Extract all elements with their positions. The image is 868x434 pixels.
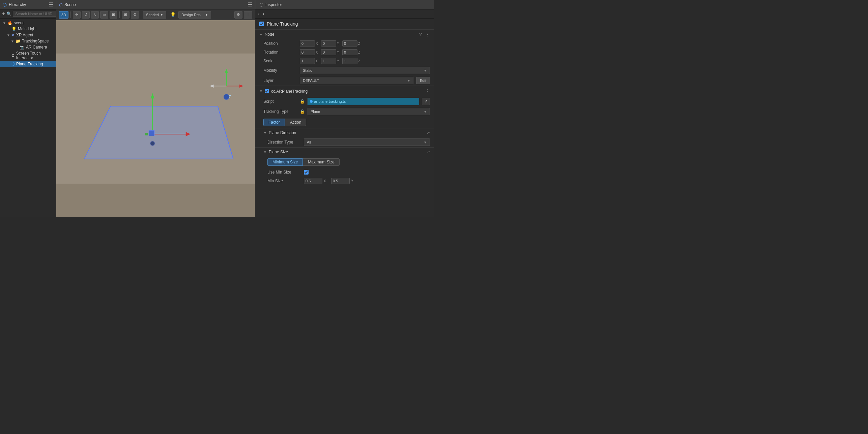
design-res-dropdown[interactable]: Design Res... ▼ <box>178 11 211 19</box>
layer-value: DEFAULT <box>303 79 319 83</box>
settings-button[interactable]: ⚙ <box>131 11 139 19</box>
layer-edit-button[interactable]: Edit <box>416 77 430 84</box>
factor-action-tabs: Factor Action <box>255 117 434 128</box>
layer-dropdown-arrow: ▼ <box>407 79 410 83</box>
position-value-group: X Y Z <box>300 40 430 46</box>
tracking-type-value: Plane <box>311 110 320 114</box>
tab-factor[interactable]: Factor <box>263 119 285 126</box>
expand-arrow-trackingspace: ▼ <box>11 39 14 43</box>
scale-tool-button[interactable]: ⤡ <box>91 11 99 19</box>
sidebar-item-planetracking[interactable]: ⬡ Plane Tracking <box>0 61 56 67</box>
script-file-dot-icon <box>310 100 313 103</box>
use-min-size-checkbox[interactable] <box>304 170 309 175</box>
hierarchy-panel-icon: ⬡ <box>3 2 7 7</box>
plane-direction-section-header[interactable]: ▼ Plane Direction ↗ <box>255 128 434 137</box>
sidebar-item-scene[interactable]: ▼ 🔥 scene <box>0 20 56 26</box>
plane-direction-external-icon[interactable]: ↗ <box>427 130 430 135</box>
external-link-icon: ↗ <box>424 99 428 104</box>
scene-tab-icon: ⬡ <box>59 2 62 7</box>
scale-y-label: Y <box>337 59 341 63</box>
tab-action[interactable]: Action <box>285 119 306 126</box>
layer-dropdown[interactable]: DEFAULT ▼ <box>300 77 413 84</box>
hierarchy-title: Hierarchy <box>9 2 26 7</box>
hierarchy-menu-button[interactable]: ☰ <box>49 1 53 8</box>
tab-maximum-size[interactable]: Maximum Size <box>303 158 340 166</box>
script-file-field[interactable]: ar-plane-tracking.ts <box>308 98 419 105</box>
transform-tool-button[interactable]: ⊞ <box>110 11 117 19</box>
add-node-button[interactable]: + <box>2 11 5 17</box>
script-open-button[interactable]: ↗ <box>422 98 430 105</box>
expand-arrow-xragent: ▼ <box>7 33 10 37</box>
tracking-type-dropdown[interactable]: Plane ▼ <box>308 108 430 115</box>
use-min-size-label: Use Min Size <box>267 170 301 175</box>
rect-tool-button[interactable]: ▭ <box>100 11 108 19</box>
script-section-header[interactable]: ▼ cc.ARPlaneTracking ⋮ <box>255 86 434 96</box>
sidebar-item-trackingspace[interactable]: ▼ 📁 TrackingSpace <box>0 38 56 44</box>
position-row: Position X Y Z <box>255 39 434 48</box>
scene-menu-button[interactable]: ☰ <box>248 1 252 8</box>
agent-icon: ✕ <box>11 33 15 37</box>
mobility-value: Static <box>303 68 312 72</box>
node-section-header[interactable]: ▼ Node ? ⋮ <box>255 29 434 39</box>
rotation-y-input[interactable] <box>321 49 336 55</box>
scale-y-field: Y <box>321 58 341 64</box>
grid-button[interactable]: ⊞ <box>122 11 129 19</box>
expand-arrow-scene: ▼ <box>3 21 6 25</box>
use-min-size-row: Use Min Size <box>255 168 434 177</box>
scene-panel: ⬡ Scene ☰ 3D ✛ ↺ ⤡ ▭ ⊞ ⊞ ⚙ Shaded ▼ 💡 De… <box>56 0 255 217</box>
mobility-dropdown[interactable]: Static ▼ <box>300 67 430 74</box>
tree-label-planetracking: Plane Tracking <box>16 62 43 66</box>
inspector-nav: ‹ › <box>255 9 434 19</box>
script-row: Script 🔒 ar-plane-tracking.ts ↗ <box>255 96 434 106</box>
tree-label-scene: scene <box>14 21 25 25</box>
plane-size-section-header[interactable]: ▼ Plane Size ↗ <box>255 147 434 156</box>
position-x-input[interactable] <box>300 40 315 46</box>
rotation-z-label: Z <box>358 51 362 54</box>
more-options-button[interactable]: ⋮ <box>244 11 252 19</box>
min-size-y-input[interactable] <box>331 178 350 184</box>
camera-settings-button[interactable]: ⚙ <box>234 11 242 19</box>
script-menu-button[interactable]: ⋮ <box>425 88 430 94</box>
scale-x-input[interactable] <box>300 58 315 64</box>
tab-minimum-size[interactable]: Minimum Size <box>267 158 303 166</box>
sidebar-item-xragent[interactable]: ▼ ✕ XR Agent <box>0 32 56 38</box>
light-toggle-button[interactable]: 💡 <box>170 12 176 17</box>
sidebar-item-screentouchinteractor[interactable]: ⚙ Screen Touch Interactor <box>0 50 56 61</box>
inspector-header: ⬡ Inspector <box>255 0 434 9</box>
sidebar-item-mainlight[interactable]: 💡 Main Light <box>0 26 56 32</box>
scale-y-input[interactable] <box>321 58 336 64</box>
svg-text:Z: Z <box>229 95 231 99</box>
node-menu-icon[interactable]: ⋮ <box>425 32 430 37</box>
move-tool-button[interactable]: ✛ <box>73 11 81 19</box>
scale-label: Scale <box>263 59 297 63</box>
toolbar-separator-1 <box>70 11 71 18</box>
mobility-dropdown-arrow: ▼ <box>424 69 427 72</box>
nav-back-button[interactable]: ‹ <box>258 11 260 17</box>
rotate-tool-button[interactable]: ↺ <box>82 11 90 19</box>
component-enabled-checkbox[interactable] <box>259 22 264 26</box>
rotation-y-field: Y <box>321 49 341 55</box>
rotation-x-input[interactable] <box>300 49 315 55</box>
scale-z-input[interactable] <box>342 58 357 64</box>
direction-type-label: Direction Type <box>267 140 301 145</box>
script-filename: ar-plane-tracking.ts <box>314 99 417 103</box>
scene-svg: Z <box>56 20 255 217</box>
rotation-x-label: X <box>316 51 320 54</box>
rotation-z-input[interactable] <box>342 49 357 55</box>
plane-size-external-icon[interactable]: ↗ <box>427 150 430 154</box>
view-3d-button[interactable]: 3D <box>59 11 68 19</box>
direction-type-dropdown[interactable]: All ▼ <box>304 138 430 146</box>
script-enabled-checkbox[interactable] <box>265 89 269 93</box>
position-y-field: Y <box>321 40 341 46</box>
nav-forward-button[interactable]: › <box>262 11 264 17</box>
scene-viewport[interactable]: Z <box>56 20 255 217</box>
rotation-x-field: X <box>300 49 320 55</box>
inspector-icon: ⬡ <box>259 2 263 7</box>
sidebar-item-arcamera[interactable]: 📷 AR Camera <box>0 44 56 50</box>
min-size-x-input[interactable] <box>304 178 322 184</box>
position-z-input[interactable] <box>342 40 357 46</box>
position-y-input[interactable] <box>321 40 336 46</box>
node-help-icon[interactable]: ? <box>419 32 422 37</box>
shaded-dropdown[interactable]: Shaded ▼ <box>143 11 166 19</box>
node-section-title: Node <box>265 32 274 37</box>
